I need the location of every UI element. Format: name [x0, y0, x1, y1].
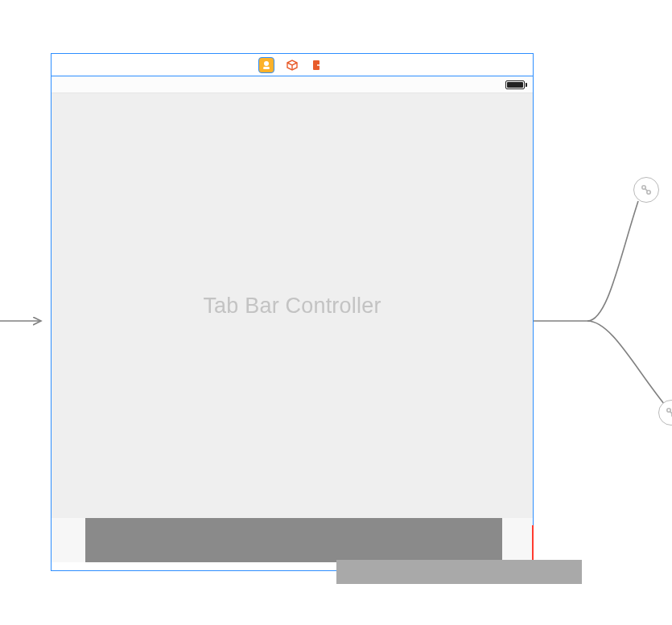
status-bar [52, 76, 533, 93]
svg-point-3 [642, 186, 645, 189]
svg-point-0 [264, 61, 269, 66]
relationship-segue-node[interactable] [658, 400, 672, 426]
constraint-indicator[interactable] [532, 525, 534, 562]
adjacent-scene-shadow [336, 560, 582, 584]
segue-branch-lower [587, 321, 668, 409]
scene-placeholder-title: Tab Bar Controller [203, 294, 381, 319]
scene-content-area[interactable]: Tab Bar Controller [52, 93, 533, 518]
svg-rect-1 [263, 67, 270, 69]
tab-bar-leading-gap [52, 518, 85, 562]
tab-bar-items-region[interactable] [85, 518, 502, 562]
battery-icon [505, 80, 525, 89]
svg-point-4 [647, 191, 650, 194]
tab-bar-controller-scene[interactable]: Tab Bar Controller [51, 53, 534, 571]
svg-line-5 [645, 189, 648, 191]
tab-bar-trailing-gap [502, 518, 533, 562]
exit-icon[interactable] [310, 57, 326, 73]
view-controller-icon[interactable] [258, 57, 274, 73]
relationship-segue-node[interactable] [633, 177, 659, 203]
segue-branch-upper [587, 201, 638, 321]
scene-dock [52, 54, 533, 76]
first-responder-icon[interactable] [284, 57, 300, 73]
svg-point-6 [667, 409, 670, 412]
